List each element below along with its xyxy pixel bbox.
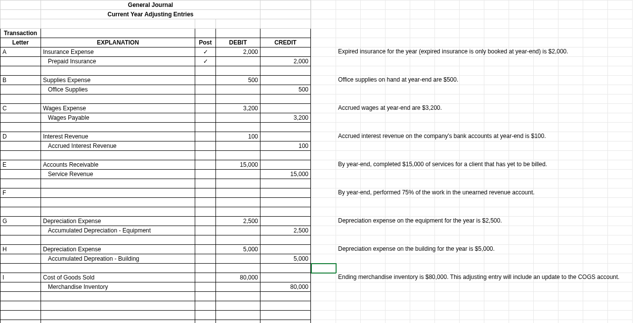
header-post: Post — [195, 38, 216, 47]
entry-credit-account: Wages Payable — [41, 113, 195, 123]
entry-letter: G — [0, 217, 41, 226]
table-row: D Interest Revenue 100 — [0, 132, 311, 141]
entry-debit-account: Cost of Goods Sold — [41, 273, 195, 282]
entry-credit-account: Accumulated Depreation - Building — [41, 254, 195, 264]
entry-letter: D — [0, 132, 41, 141]
entry-debit-amount: 2,000 — [216, 47, 260, 57]
entry-description: Ending merchandise inventory is $80,000.… — [338, 274, 619, 280]
entry-credit-account: Prepaid Insurance — [41, 57, 195, 66]
table-row: H Depreciation Expense 5,000 — [0, 245, 311, 254]
table-row: C Wages Expense 3,200 — [0, 104, 311, 113]
table-row: Accumulated Depreciation - Equipment 2,5… — [0, 226, 311, 235]
entry-credit-account: Accumulated Depreciation - Equipment — [41, 226, 195, 235]
entry-description: By year-end, completed $15,000 of servic… — [338, 161, 547, 168]
table-row: Service Revenue 15,000 — [0, 170, 311, 179]
entry-debit-account: Wages Expense — [41, 104, 195, 113]
entry-credit-amount: 2,500 — [260, 226, 311, 235]
entry-debit-account: Depreciation Expense — [41, 245, 195, 254]
entry-letter: H — [0, 245, 41, 254]
header-debit: DEBIT — [216, 38, 260, 47]
header-explanation: EXPLANATION — [41, 38, 195, 47]
entry-credit-amount: 100 — [260, 141, 311, 151]
entry-description: Depreciation expense on the building for… — [338, 245, 495, 252]
post-mark: ✓ — [195, 47, 216, 57]
entry-credit-account: Accrued Interest Revenue — [41, 141, 195, 151]
header-letter: Letter — [0, 38, 41, 47]
entry-letter: B — [0, 76, 41, 85]
entry-debit-account: Insurance Expense — [41, 47, 195, 57]
header-credit: CREDIT — [260, 38, 311, 47]
table-row: Wages Payable 3,200 — [0, 113, 311, 123]
entry-debit-amount: 100 — [216, 132, 260, 141]
entry-credit-amount: 2,000 — [260, 57, 311, 66]
table-row: G Depreciation Expense 2,500 — [0, 217, 311, 226]
table-row: Office Supplies 500 — [0, 85, 311, 94]
entry-debit-amount: 80,000 — [216, 273, 260, 282]
entry-debit-amount: 2,500 — [216, 217, 260, 226]
entry-debit-amount: 3,200 — [216, 104, 260, 113]
table-row: Accrued Interest Revenue 100 — [0, 141, 311, 151]
entry-credit-amount: 500 — [260, 85, 311, 94]
table-row: F — [0, 188, 311, 198]
title-adjusting-entries: Current Year Adjusting Entries — [41, 10, 260, 19]
entry-credit-account: Office Supplies — [41, 85, 195, 94]
title-general-journal: General Journal — [41, 0, 260, 10]
entry-letter: E — [0, 160, 41, 170]
entry-letter: F — [0, 188, 41, 198]
entry-credit-account: Service Revenue — [41, 170, 195, 179]
header-transaction: Transaction — [0, 29, 41, 38]
table-row: B Supplies Expense 500 — [0, 76, 311, 85]
entry-description: By year-end, performed 75% of the work i… — [338, 189, 535, 196]
entry-description: Office supplies on hand at year-end are … — [338, 76, 458, 83]
entry-debit-account: Accounts Receivable — [41, 160, 195, 170]
entry-letter: A — [0, 47, 41, 57]
entry-description: Accrued wages at year-end are $3,200. — [338, 104, 442, 111]
entry-description: Expired insurance for the year (expired … — [338, 48, 568, 55]
entry-letter: C — [0, 104, 41, 113]
table-row: Prepaid Insurance ✓ 2,000 — [0, 57, 311, 66]
entry-letter: I — [0, 273, 41, 282]
journal-table: General Journal Current Year Adjusting E… — [0, 0, 311, 323]
post-mark: ✓ — [195, 57, 216, 66]
table-row: Merchandise Inventory 80,000 — [0, 282, 311, 292]
selected-cell[interactable] — [311, 264, 336, 273]
notes-grid: Expired insurance for the year (expired … — [311, 0, 633, 323]
table-row: Accumulated Depreation - Building 5,000 — [0, 254, 311, 264]
entry-debit-account: Supplies Expense — [41, 76, 195, 85]
entry-debit-amount: 15,000 — [216, 160, 260, 170]
table-row: E Accounts Receivable 15,000 — [0, 160, 311, 170]
entry-debit-account: Interest Revenue — [41, 132, 195, 141]
entry-description: Accrued interest revenue on the company'… — [338, 133, 546, 139]
entry-credit-amount: 15,000 — [260, 170, 311, 179]
table-row: A Insurance Expense ✓ 2,000 — [0, 47, 311, 57]
entry-credit-amount: 5,000 — [260, 254, 311, 264]
entry-credit-amount: 80,000 — [260, 282, 311, 292]
entry-description: Depreciation expense on the equipment fo… — [338, 217, 502, 224]
entry-credit-account: Merchandise Inventory — [41, 282, 195, 292]
table-row: I Cost of Goods Sold 80,000 — [0, 273, 311, 282]
entry-credit-amount: 3,200 — [260, 113, 311, 123]
entry-debit-account: Depreciation Expense — [41, 217, 195, 226]
entry-debit-amount: 5,000 — [216, 245, 260, 254]
entry-debit-amount: 500 — [216, 76, 260, 85]
